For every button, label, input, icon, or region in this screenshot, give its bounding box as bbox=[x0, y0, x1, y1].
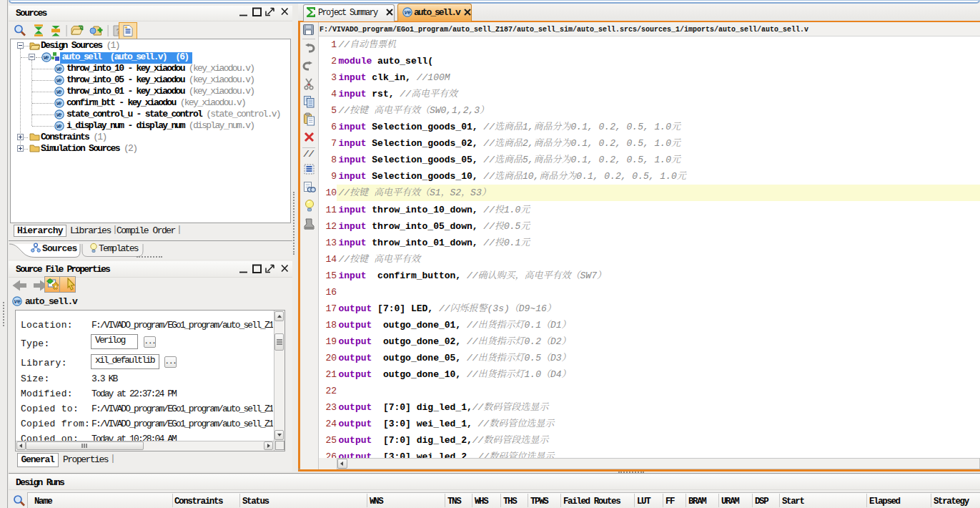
svg-text:ve: ve bbox=[404, 9, 411, 16]
svg-text:ve: ve bbox=[14, 298, 21, 305]
